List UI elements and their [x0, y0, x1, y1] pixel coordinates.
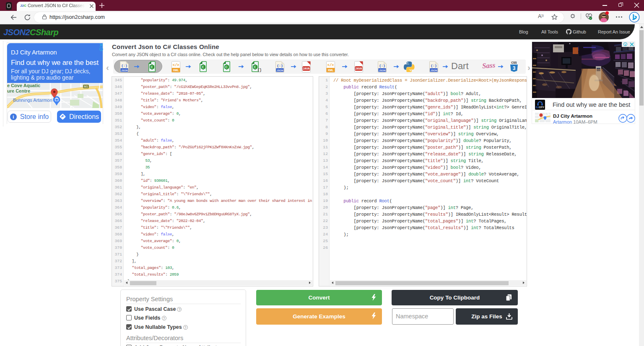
svg-text:{:}: {:}	[277, 64, 283, 67]
svg-text:C: C	[254, 65, 256, 69]
svg-text:JAVA: JAVA	[303, 67, 310, 70]
svg-text:XML: XML	[328, 69, 334, 72]
svg-text:Bunnings Artarmon: Bunnings Artarmon	[13, 98, 52, 103]
svg-text:{:}: {:}	[121, 64, 127, 67]
svg-text:C: C	[225, 65, 228, 69]
svg-text:ure Centre: ure Centre	[7, 88, 30, 93]
svg-text:JAVA: JAVA	[355, 67, 362, 70]
svg-text:</>: </>	[327, 63, 334, 67]
svg-text:e Cove Aquatic: e Cove Aquatic	[7, 83, 40, 88]
svg-text:{:}: {:}	[379, 64, 385, 67]
svg-text:JSON: JSON	[121, 69, 128, 72]
svg-text:{:}: {:}	[431, 64, 437, 67]
svg-text:3: 3	[513, 65, 516, 71]
svg-text:C: C	[151, 65, 153, 69]
svg-text:DJCITY: DJCITY	[536, 106, 544, 108]
svg-text:JSON: JSON	[431, 69, 437, 72]
svg-text:</>: </>	[173, 63, 179, 67]
svg-text:JSON: JSON	[277, 69, 283, 72]
svg-text:XML: XML	[173, 69, 179, 72]
svg-text:{}: {}	[257, 68, 261, 72]
svg-text:JSON: JSON	[379, 69, 386, 72]
svg-text:M1: M1	[84, 85, 88, 88]
svg-text:C: C	[202, 65, 204, 69]
svg-text:CSS: CSS	[511, 61, 517, 64]
